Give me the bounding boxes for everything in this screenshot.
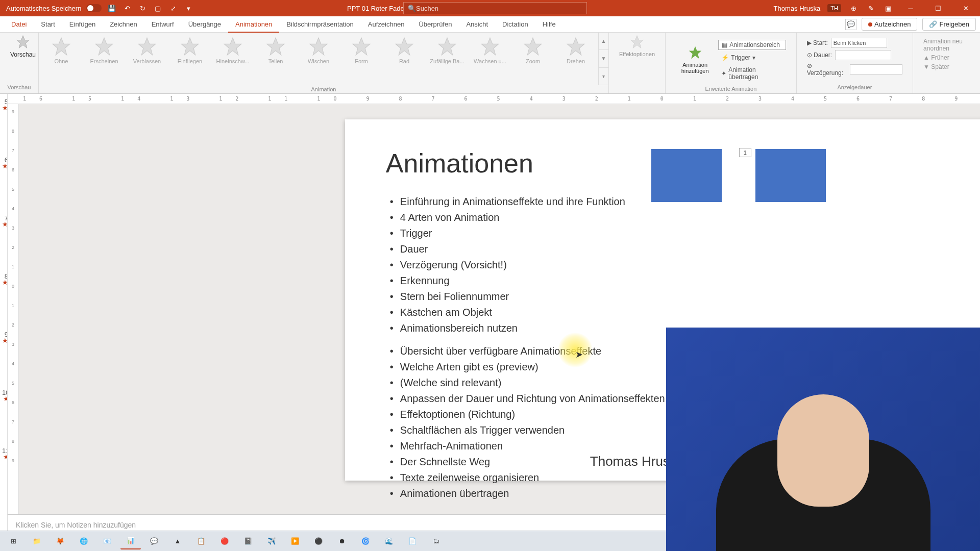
autosave-toggle[interactable] xyxy=(86,4,102,12)
tab-insert[interactable]: Einfügen xyxy=(62,16,103,33)
anim-wipe[interactable]: Wischen xyxy=(300,37,337,81)
slide-thumbnails[interactable]: 5★ Animationen 6★ Animationen 7★ 8★ 9★ 1… xyxy=(0,94,8,539)
tab-start[interactable]: Start xyxy=(34,16,62,33)
delay-field[interactable] xyxy=(850,64,902,74)
firefox-icon[interactable]: 🦊 xyxy=(50,533,70,549)
close-button[interactable]: ✕ xyxy=(955,0,976,16)
sync-icon[interactable]: ⊕ xyxy=(848,3,859,13)
rectangle-1[interactable] xyxy=(651,149,722,202)
trigger-button[interactable]: ⚡ Trigger ▾ xyxy=(718,53,786,62)
gallery-expand-icon[interactable]: ▾ xyxy=(599,68,608,85)
autosave-label: Automatisches Speichern xyxy=(6,5,81,12)
app-icon-1[interactable]: 💬 xyxy=(144,533,164,549)
anim-none[interactable]: Ohne xyxy=(43,37,80,81)
gallery-up-icon[interactable]: ▲ xyxy=(599,33,608,50)
tab-dictation[interactable]: Dictation xyxy=(495,16,535,33)
anim-wheel[interactable]: Rad xyxy=(386,37,423,81)
comments-icon[interactable]: 💬 xyxy=(845,19,856,30)
anim-appear[interactable]: Erscheinen xyxy=(86,37,122,81)
tab-draw[interactable]: Zeichnen xyxy=(103,16,144,33)
delay-label: ⊘ Verzögerung: xyxy=(807,62,847,77)
powerpoint-icon[interactable]: 📊 xyxy=(120,533,141,549)
group-label-advanced: Erweiterte Animation xyxy=(671,85,791,93)
svg-marker-5 xyxy=(224,38,241,55)
minimize-button[interactable]: ─ xyxy=(900,0,921,16)
tab-file[interactable]: Datei xyxy=(4,16,34,33)
animation-order-tag[interactable]: 1 xyxy=(739,148,751,157)
app-icon-6[interactable]: 🌀 xyxy=(355,533,376,549)
redo-icon[interactable]: ↻ xyxy=(137,3,148,13)
user-avatar[interactable]: TH xyxy=(827,4,841,12)
anim-shape[interactable]: Form xyxy=(343,37,380,81)
tab-design[interactable]: Entwurf xyxy=(144,16,181,33)
app-icon-8[interactable]: 🗂 xyxy=(426,533,446,549)
search-input[interactable] xyxy=(416,5,582,12)
start-select[interactable]: Beim Klicken xyxy=(831,38,887,48)
user-name[interactable]: Thomas Hruska xyxy=(774,5,821,12)
svg-marker-2 xyxy=(95,38,112,55)
anim-fade[interactable]: Verblassen xyxy=(129,37,165,81)
chrome-icon[interactable]: 🌐 xyxy=(74,533,94,549)
explorer-icon[interactable]: 📁 xyxy=(27,533,47,549)
anim-star-icon: ★ xyxy=(2,222,8,227)
svg-marker-15 xyxy=(689,46,701,59)
preview-button[interactable]: Vorschau xyxy=(5,35,41,58)
edge-icon[interactable]: 🌊 xyxy=(379,533,399,549)
anim-split[interactable]: Teilen xyxy=(257,37,294,81)
app-icon-2[interactable]: 📋 xyxy=(191,533,211,549)
window-mode-icon[interactable]: ▣ xyxy=(883,3,893,13)
effect-options-button[interactable]: Effektoptionen xyxy=(614,35,660,57)
animation-painter-button[interactable]: ✦ Animation übertragen xyxy=(718,65,786,82)
anim-swivel[interactable]: Drehen xyxy=(557,37,594,81)
anim-star-icon: ★ xyxy=(2,164,8,169)
svg-marker-10 xyxy=(438,38,455,55)
undo-icon[interactable]: ↶ xyxy=(122,3,132,13)
animation-pane-button[interactable]: ▦ Animationsbereich xyxy=(718,40,786,50)
obs-icon[interactable]: ⚫ xyxy=(308,533,329,549)
outlook-icon[interactable]: 📧 xyxy=(97,533,117,549)
move-earlier-button[interactable]: ▲ Früher xyxy=(923,54,970,61)
anim-star-icon: ★ xyxy=(2,338,8,343)
anim-zoom[interactable]: Zoom xyxy=(514,37,551,81)
app-icon-3[interactable]: 🔴 xyxy=(214,533,235,549)
anim-growturn[interactable]: Wachsen u... xyxy=(472,37,508,81)
tab-review[interactable]: Überprüfen xyxy=(411,16,459,33)
share-button[interactable]: 🔗 Freigeben xyxy=(922,18,976,31)
tab-animations[interactable]: Animationen xyxy=(228,16,279,33)
ribbon: Vorschau Vorschau Ohne Erscheinen Verbla… xyxy=(0,33,980,94)
app-icon-7[interactable]: 📄 xyxy=(402,533,423,549)
onenote-icon[interactable]: 📓 xyxy=(238,533,258,549)
anim-randombars[interactable]: Zufällige Ba... xyxy=(429,37,465,81)
start-menu-icon[interactable]: ⊞ xyxy=(3,533,23,549)
duration-field[interactable] xyxy=(835,50,891,60)
tab-record[interactable]: Aufzeichnen xyxy=(361,16,412,33)
group-label-preview: Vorschau xyxy=(5,83,33,91)
tab-transitions[interactable]: Übergänge xyxy=(181,16,228,33)
search-box[interactable]: 🔍 xyxy=(403,2,587,14)
telegram-icon[interactable]: ✈️ xyxy=(261,533,282,549)
coming-soon-icon[interactable]: ✎ xyxy=(866,3,876,13)
tab-slideshow[interactable]: Bildschirmpräsentation xyxy=(279,16,361,33)
tab-help[interactable]: Hilfe xyxy=(535,16,563,33)
move-later-button[interactable]: ▼ Später xyxy=(923,63,970,70)
qat-more-icon[interactable]: ▾ xyxy=(183,3,193,13)
gallery-down-icon[interactable]: ▼ xyxy=(599,50,608,67)
app-icon-4[interactable]: ▶️ xyxy=(285,533,305,549)
tab-view[interactable]: Ansicht xyxy=(459,16,495,33)
svg-marker-8 xyxy=(353,38,370,55)
anim-floatin[interactable]: Hineinschw... xyxy=(214,37,251,81)
vlc-icon[interactable]: ▲ xyxy=(167,533,188,549)
maximize-button[interactable]: ☐ xyxy=(928,0,948,16)
present-icon[interactable]: ▢ xyxy=(153,3,163,13)
add-animation-icon xyxy=(688,45,702,60)
record-button[interactable]: Aufzeichnen xyxy=(862,18,918,31)
save-icon[interactable]: 💾 xyxy=(107,3,117,13)
anim-flyin[interactable]: Einfliegen xyxy=(172,37,208,81)
touch-mode-icon[interactable]: ⤢ xyxy=(168,3,178,13)
rectangle-2[interactable] xyxy=(755,149,826,202)
app-icon-5[interactable]: ⏺ xyxy=(332,533,352,549)
ruler-vertical: 9876543210123456789 xyxy=(8,104,19,514)
animation-gallery[interactable]: Ohne Erscheinen Verblassen Einfliegen Hi… xyxy=(39,33,598,85)
add-animation-button[interactable]: Animation hinzufügen xyxy=(676,38,714,82)
anim-star-icon: ★ xyxy=(2,280,8,285)
